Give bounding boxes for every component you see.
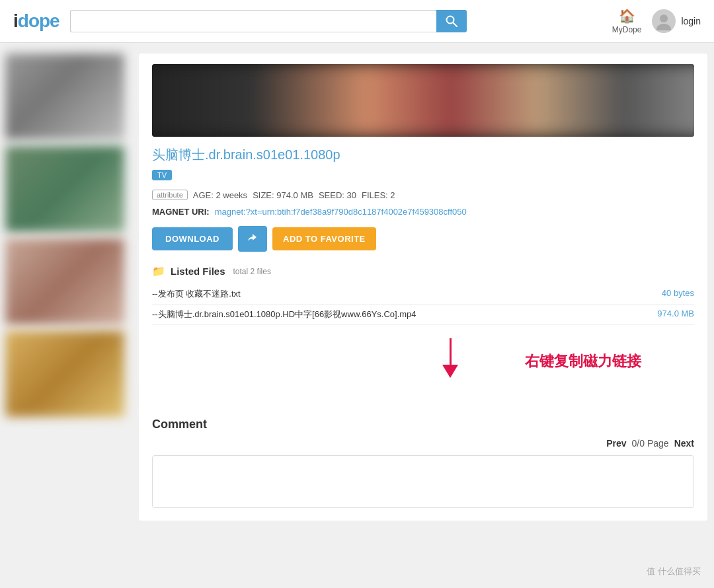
header: idope 🏠 MyDope login: [0, 0, 714, 43]
tag-label: TV: [152, 170, 172, 180]
banner-image: [152, 64, 694, 137]
logo-i: i: [13, 11, 18, 31]
content-area: 头脑博士.dr.brain.s01e01.1080p TV attribute …: [139, 54, 707, 521]
search-input[interactable]: [70, 10, 436, 32]
files-info: FILES: 2: [362, 190, 395, 200]
btn-row: DOWNLOAD ADD TO FAVORITE: [152, 226, 694, 252]
files-title: Listed Files: [171, 266, 225, 277]
login-label[interactable]: login: [681, 16, 701, 26]
magnet-label: MAGNET URI:: [152, 207, 210, 217]
mydope-label: MyDope: [612, 25, 642, 34]
sidebar-thumb-2: [5, 146, 124, 232]
file2-name: --头脑博士.dr.brain.s01e01.1080p.HD中字[66影视ww…: [152, 309, 416, 320]
user-area[interactable]: login: [652, 9, 701, 33]
logo[interactable]: idope: [13, 11, 60, 32]
seed-info: SEED: 30: [319, 190, 356, 200]
avatar: [652, 9, 676, 33]
header-right: 🏠 MyDope login: [612, 8, 701, 34]
comment-section: Comment Prev 0/0 Page Next: [152, 418, 694, 510]
search-bar: [70, 10, 467, 32]
files-section: 📁 Listed Files total 2 files --发布页 收藏不迷路…: [152, 265, 694, 325]
svg-line-1: [453, 23, 457, 27]
file1-size: 40 bytes: [662, 288, 694, 300]
page-info: 0/0 Page: [632, 438, 669, 449]
banner: [152, 64, 694, 137]
sidebar-thumb-1: [5, 54, 124, 139]
comment-title: Comment: [152, 418, 694, 431]
comment-input[interactable]: [152, 455, 694, 508]
age-info: AGE: 2 weeks: [193, 190, 247, 200]
torrent-title[interactable]: 头脑博士.dr.brain.s01e01.1080p: [152, 146, 694, 164]
file-row-2: --头脑博士.dr.brain.s01e01.1080p.HD中字[66影视ww…: [152, 305, 694, 325]
pagination: Prev 0/0 Page Next: [152, 438, 694, 449]
prev-button[interactable]: Prev: [606, 438, 626, 449]
main-container: 头脑博士.dr.brain.s01e01.1080p TV attribute …: [0, 43, 714, 531]
size-info: SIZE: 974.0 MB: [253, 190, 313, 200]
annotation-text: 右键复制磁力链接: [525, 351, 641, 371]
share-button[interactable]: [238, 226, 267, 252]
file1-name: --发布页 收藏不迷路.txt: [152, 288, 241, 300]
home-icon: 🏠: [619, 8, 635, 24]
sidebar: [0, 54, 139, 521]
svg-point-2: [660, 15, 668, 22]
arrow-head: [442, 365, 458, 378]
arrow-line: [450, 338, 452, 365]
search-icon: [446, 15, 457, 27]
magnet-row: MAGNET URI: magnet:?xt=urn:btih:f7def38a…: [152, 207, 694, 217]
sidebar-thumb-3: [5, 239, 124, 324]
annotation-container: 右键复制磁力链接: [152, 338, 694, 411]
annotation-arrow: [442, 338, 458, 378]
avatar-icon: [654, 12, 673, 30]
attribute-badge: attribute: [152, 190, 188, 200]
files-meta: total 2 files: [233, 267, 271, 276]
favorite-button[interactable]: ADD TO FAVORITE: [272, 227, 376, 250]
logo-dope: dope: [18, 11, 60, 31]
files-header: 📁 Listed Files total 2 files: [152, 265, 694, 277]
next-button[interactable]: Next: [674, 438, 694, 449]
mydope-nav[interactable]: 🏠 MyDope: [612, 8, 642, 34]
svg-point-3: [656, 24, 671, 30]
tag-tv: TV: [152, 169, 694, 190]
download-button[interactable]: DOWNLOAD: [152, 227, 233, 250]
magnet-link[interactable]: magnet:?xt=urn:btih:f7def38a9f790d8c1187…: [215, 207, 467, 217]
folder-icon: 📁: [152, 265, 165, 277]
file-row-1: --发布页 收藏不迷路.txt 40 bytes: [152, 284, 694, 305]
file2-size: 974.0 MB: [657, 309, 694, 320]
sidebar-thumb-4: [5, 331, 124, 417]
meta-row: attribute AGE: 2 weeks SIZE: 974.0 MB SE…: [152, 190, 694, 200]
share-icon: [247, 233, 258, 243]
search-button[interactable]: [436, 10, 467, 32]
